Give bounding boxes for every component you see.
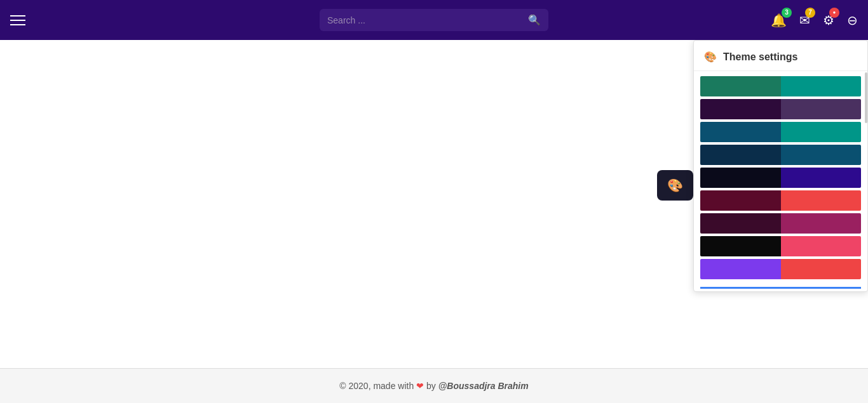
heart-icon: ❤ [416,381,424,391]
swatch-right [781,259,862,279]
menu-button[interactable] [10,15,25,25]
settings-badge: ● [829,8,839,18]
swatch-right [781,99,862,119]
search-icon[interactable]: 🔍 [528,14,541,26]
swatch-left [700,122,781,142]
swatch-row[interactable] [700,99,861,119]
swatch-right [781,122,862,142]
swatch-right [781,76,862,96]
header: 🔍 🔔 3 ✉ 7 ⚙ ● ⊖ [0,0,868,40]
swatch-row[interactable] [700,145,861,165]
theme-palette-icon: 🎨 [704,51,717,63]
swatch-right [781,145,862,165]
theme-panel-title: Theme settings [723,51,797,63]
swatch-left [700,168,781,188]
swatch-left [700,145,781,165]
swatch-row[interactable] [700,76,861,96]
swatch-row[interactable] [700,190,861,211]
swatch-row[interactable] [700,168,861,188]
theme-panel: 🎨 Theme settings [693,40,868,292]
swatch-left [700,259,781,279]
panel-scrollbar[interactable] [865,72,867,123]
nav-icons: 🔔 3 ✉ 7 ⚙ ● ⊖ [771,13,858,28]
swatch-right [781,168,862,188]
swatch-right [781,236,862,256]
swatch-left [700,76,781,96]
footer-text: © 2020, made with [339,381,414,391]
search-input[interactable] [327,15,523,25]
active-indicator [700,287,861,289]
footer: © 2020, made with ❤ by @Boussadjra Brahi… [0,368,868,403]
swatch-row[interactable] [700,236,861,256]
swatch-row[interactable] [700,259,861,279]
theme-toggle-button[interactable]: 🎨 [657,170,693,201]
main-content: 🎨 🎨 Theme settings [0,40,868,368]
swatch-left [700,99,781,119]
theme-panel-header: 🎨 Theme settings [694,41,867,71]
color-swatches [694,71,867,284]
swatch-left [700,236,781,256]
swatch-right [781,213,862,234]
search-wrapper: 🔍 [320,9,548,31]
logout-icon: ⊖ [847,13,858,27]
swatch-row[interactable] [700,122,861,142]
notifications-badge: 3 [782,8,792,18]
swatch-right [781,190,862,211]
swatch-row[interactable] [700,213,861,234]
search-container: 🔍 [320,9,548,31]
notifications-button[interactable]: 🔔 3 [771,13,787,28]
footer-by: by [426,381,436,391]
footer-author: @Boussadjra Brahim [438,381,529,391]
messages-button[interactable]: ✉ 7 [799,13,810,28]
settings-button[interactable]: ⚙ ● [823,13,834,28]
swatch-left [700,213,781,234]
messages-badge: 7 [805,8,815,18]
palette-icon: 🎨 [667,178,683,192]
swatch-left [700,190,781,211]
logout-button[interactable]: ⊖ [847,13,858,28]
